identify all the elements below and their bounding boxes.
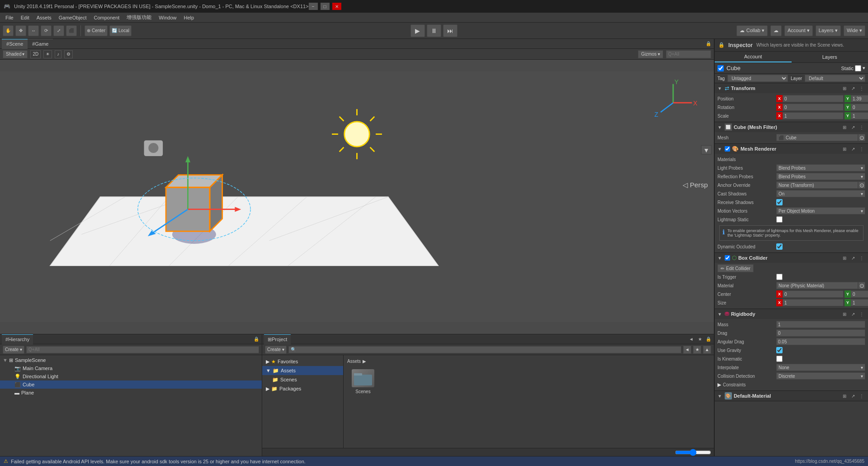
edit-collider-button[interactable]: ✏ Edit Collider — [717, 264, 754, 272]
rigidbody-menu-button[interactable]: ⋮ — [858, 310, 865, 318]
scene-search-input[interactable] — [666, 50, 711, 58]
meshfilter-copy-button[interactable]: ⊞ — [841, 124, 848, 131]
close-button[interactable]: ✕ — [332, 3, 341, 10]
lightmap-static-checkbox[interactable] — [776, 216, 783, 223]
maximize-button[interactable]: □ — [321, 3, 330, 10]
static-checkbox[interactable] — [855, 65, 861, 71]
menu-component[interactable]: Component — [90, 14, 123, 21]
scale-x-input[interactable] — [783, 112, 844, 119]
meshfilter-expand-button[interactable]: ↗ — [849, 124, 857, 131]
layer-dropdown[interactable]: Default — [805, 75, 865, 82]
rotate-tool-button[interactable]: ↔ — [28, 25, 39, 36]
pause-button[interactable]: ⏸ — [427, 24, 441, 37]
rigidbody-expand-button[interactable]: ↗ — [849, 310, 857, 318]
defmat-copy-button[interactable]: ⊞ — [841, 392, 848, 399]
interpolate-dropdown[interactable]: None ▾ — [776, 364, 865, 371]
hierarchy-search-input[interactable] — [26, 346, 259, 353]
menu-file[interactable]: File — [2, 14, 17, 21]
center-button[interactable]: ⊕ Center — [85, 25, 108, 36]
cloud-button[interactable]: ☁ — [770, 25, 782, 36]
shaded-dropdown[interactable]: Shaded ▾ — [3, 50, 28, 58]
boxcollider-expand-button[interactable]: ↗ — [849, 254, 857, 262]
hier-item-directional-light[interactable]: 💡 Directional Light — [0, 372, 262, 380]
project-control-btn2[interactable]: ★ — [696, 336, 703, 343]
drag-input[interactable] — [776, 329, 865, 337]
play-button[interactable]: ▶ — [410, 24, 425, 37]
mesh-renderer-enabled-checkbox[interactable] — [725, 146, 730, 152]
rotation-y-input[interactable] — [851, 104, 868, 111]
project-nav-back-button[interactable]: ◄ — [683, 346, 691, 354]
center-x-input[interactable] — [783, 290, 844, 298]
rigidbody-comp-header[interactable]: ▼ ⛃ Rigidbody ⊞ ↗ ⋮ — [715, 309, 868, 319]
project-create-button[interactable]: Create ▾ — [265, 346, 287, 354]
step-button[interactable]: ⏭ — [443, 24, 458, 37]
hier-item-main-camera[interactable]: 📷 Main Camera — [0, 364, 262, 372]
boxcollider-menu-button[interactable]: ⋮ — [858, 254, 865, 262]
hier-item-samplescene[interactable]: ▼ ⊞ SampleScene — [0, 356, 262, 364]
gizmos-dropdown[interactable]: Gizmos ▾ — [638, 50, 663, 58]
defmat-expand-button[interactable]: ↗ — [849, 392, 857, 399]
angular-drag-input[interactable] — [776, 338, 865, 345]
object-enabled-checkbox[interactable] — [717, 65, 724, 71]
transform-menu-button[interactable]: ⋮ — [858, 85, 865, 92]
lighting-button[interactable]: ☀ — [43, 50, 52, 58]
box-collider-comp-header[interactable]: ▼ ⬡ Box Collider ⊞ ↗ ⋮ — [715, 253, 868, 263]
fx-button[interactable]: ⚙ — [64, 50, 73, 58]
is-trigger-checkbox[interactable] — [776, 274, 783, 280]
proj-sidebar-favorites[interactable]: ▶ ★ Favorites — [262, 357, 343, 366]
menu-enhanced[interactable]: 增强版功能 — [123, 13, 155, 22]
scene-lock-button[interactable]: 🔒 — [705, 40, 712, 48]
mesh-renderer-comp-header[interactable]: ▼ 🎨 Mesh Renderer ⊞ ↗ ⋮ — [715, 144, 868, 154]
motion-vectors-dropdown[interactable]: Per Object Motion ▾ — [776, 207, 865, 214]
position-y-input[interactable] — [851, 95, 868, 102]
meshrenderer-expand-button[interactable]: ↗ — [849, 145, 857, 152]
default-material-comp-header[interactable]: ▼ 🎨 Default-Material ⊞ ↗ ⋮ — [715, 391, 868, 401]
audio-button[interactable]: ♪ — [55, 50, 61, 58]
hand-tool-button[interactable]: ✋ — [3, 25, 14, 36]
transform-expand-button[interactable]: ↗ — [849, 85, 857, 92]
local-button[interactable]: 🔄 Local — [109, 25, 132, 36]
center-y-input[interactable] — [851, 290, 868, 298]
tab-game[interactable]: # Game — [28, 39, 53, 49]
transform-copy-button[interactable]: ⊞ — [841, 85, 848, 92]
defmat-menu-button[interactable]: ⋮ — [858, 392, 865, 399]
project-lock-button[interactable]: 🔒 — [705, 336, 712, 343]
rotation-x-input[interactable] — [783, 104, 844, 111]
collab-button[interactable]: ☁ Collab ▾ — [736, 25, 768, 36]
proj-sidebar-packages[interactable]: ▶ 📁 Packages — [262, 384, 343, 393]
size-y-input[interactable] — [851, 299, 868, 306]
scene-view[interactable]: Y X Z ◁ Persp ▼ — [0, 60, 714, 334]
move-tool-button[interactable]: ✥ — [15, 25, 26, 36]
proj-sidebar-scenes[interactable]: 📁 Scenes — [262, 375, 343, 384]
menu-edit[interactable]: Edit — [17, 14, 33, 21]
is-kinematic-checkbox[interactable] — [776, 356, 783, 362]
meshrenderer-menu-button[interactable]: ⋮ — [858, 145, 865, 152]
position-x-input[interactable] — [783, 95, 844, 102]
tab-layers[interactable]: Layers — [792, 52, 868, 62]
transform-comp-header[interactable]: ▼ ⇄ Transform ⊞ ↗ ⋮ — [715, 83, 868, 93]
hier-item-plane[interactable]: ▬ Plane — [0, 389, 262, 397]
meshrenderer-copy-button[interactable]: ⊞ — [841, 145, 848, 152]
box-collider-enabled-checkbox[interactable] — [725, 255, 730, 261]
size-x-input[interactable] — [783, 299, 844, 306]
scale-tool-button[interactable]: ⟳ — [41, 25, 52, 36]
cast-shadows-dropdown[interactable]: On ▾ — [776, 190, 865, 197]
collision-detection-dropdown[interactable]: Discrete ▾ — [776, 372, 865, 380]
boxcollider-copy-button[interactable]: ⊞ — [841, 254, 848, 262]
tab-scene[interactable]: # Scene — [2, 39, 28, 49]
project-folder-scenes[interactable]: Scenes — [347, 369, 379, 394]
anchor-select-button[interactable]: ⊙ — [858, 181, 865, 189]
tab-project[interactable]: ⊞ Project — [264, 334, 291, 344]
tab-account[interactable]: Account — [715, 52, 792, 62]
project-search-input[interactable] — [288, 346, 681, 353]
hierarchy-lock-button[interactable]: 🔒 — [253, 336, 260, 343]
layers-button[interactable]: Layers ▾ — [816, 25, 841, 36]
receive-shadows-checkbox[interactable] — [776, 199, 783, 205]
project-control-btn1[interactable]: ◄ — [688, 336, 695, 343]
menu-window[interactable]: Window — [155, 14, 180, 21]
transform-tool-button[interactable]: ⬛ — [66, 25, 77, 36]
tab-hierarchy[interactable]: # Hierarchy — [2, 334, 33, 344]
reflection-probes-dropdown[interactable]: Blend Probes ▾ — [776, 173, 865, 180]
proj-sidebar-assets[interactable]: ▼ 📁 Assets — [262, 366, 343, 375]
collider-material-select-button[interactable]: ⊙ — [858, 282, 865, 289]
